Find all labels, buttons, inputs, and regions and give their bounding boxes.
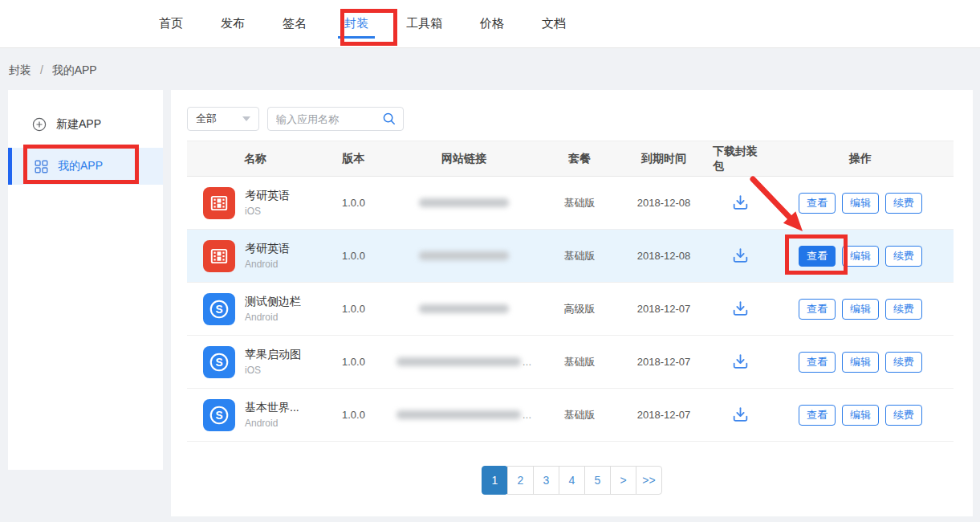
edit-button[interactable]: 编辑 bbox=[842, 246, 879, 267]
renew-button[interactable]: 续费 bbox=[885, 193, 922, 214]
expiry-cell: 2018-12-07 bbox=[615, 356, 713, 368]
redacted-link bbox=[396, 357, 521, 366]
sidebar-item-new-app[interactable]: 新建APP bbox=[8, 111, 163, 138]
download-cell bbox=[713, 300, 767, 318]
redacted-link bbox=[419, 304, 509, 313]
plan-cell: 基础版 bbox=[544, 196, 615, 210]
app-name: 苹果启动图 bbox=[245, 348, 301, 362]
plan-cell: 基础版 bbox=[544, 249, 615, 263]
expiry-cell: 2018-12-07 bbox=[615, 409, 713, 421]
app-meta: 考研英语iOS bbox=[245, 189, 290, 217]
plus-circle-icon bbox=[32, 117, 47, 132]
table-row: 考研英语Android1.0.0基础版2018-12-08查看编辑续费 bbox=[187, 230, 954, 283]
renew-button[interactable]: 续费 bbox=[885, 246, 922, 267]
sidebar-item-label: 我的APP bbox=[58, 159, 103, 173]
pagination: 12345>>> bbox=[171, 466, 973, 495]
svg-text:S: S bbox=[215, 410, 222, 422]
app-cell: S苹果启动图iOS bbox=[187, 346, 323, 378]
filter-dropdown[interactable]: 全部 bbox=[187, 107, 259, 131]
column-header-5: 到期时间 bbox=[615, 152, 713, 166]
redacted-link bbox=[396, 410, 521, 419]
download-icon[interactable] bbox=[731, 247, 750, 265]
app-platform: Android bbox=[245, 418, 299, 429]
actions-cell: 查看编辑续费 bbox=[767, 352, 954, 373]
next-page-button[interactable]: > bbox=[610, 466, 636, 495]
film-icon bbox=[203, 240, 235, 272]
last-page-button[interactable]: >> bbox=[636, 466, 662, 495]
renew-button[interactable]: 续费 bbox=[885, 352, 922, 373]
breadcrumb: 封装 / 我的APP bbox=[9, 63, 97, 78]
top-nav: 首页发布签名封装工具箱价格文档 bbox=[0, 0, 980, 48]
breadcrumb-section[interactable]: 封装 bbox=[9, 63, 31, 76]
plan-cell: 基础版 bbox=[544, 408, 615, 422]
renew-button[interactable]: 续费 bbox=[885, 299, 922, 320]
nav-item-6[interactable]: 价格 bbox=[480, 0, 504, 48]
nav-item-1[interactable]: 首页 bbox=[159, 0, 183, 48]
expiry-cell: 2018-12-08 bbox=[615, 197, 713, 209]
view-button[interactable]: 查看 bbox=[799, 246, 836, 267]
actions-cell: 查看编辑续费 bbox=[767, 193, 954, 214]
download-cell bbox=[713, 353, 767, 371]
app-cell: S基本世界...Android bbox=[187, 399, 323, 431]
nav-item-5[interactable]: 工具箱 bbox=[406, 0, 442, 48]
column-header-2: 版本 bbox=[323, 152, 384, 166]
nav-item-4[interactable]: 封装 bbox=[344, 0, 368, 48]
s-icon: S bbox=[203, 346, 235, 378]
actions-cell: 查看编辑续费 bbox=[767, 246, 954, 267]
view-button[interactable]: 查看 bbox=[799, 405, 836, 426]
table-row: S苹果启动图iOS1.0.0…基础版2018-12-07查看编辑续费 bbox=[187, 336, 954, 389]
website-link-cell bbox=[384, 251, 544, 260]
column-header-7: 操作 bbox=[767, 152, 954, 166]
page-button-4[interactable]: 4 bbox=[559, 466, 585, 495]
website-link-cell bbox=[384, 304, 544, 313]
version-cell: 1.0.0 bbox=[323, 250, 384, 262]
link-ellipsis: … bbox=[523, 357, 532, 368]
renew-button[interactable]: 续费 bbox=[885, 405, 922, 426]
version-cell: 1.0.0 bbox=[323, 303, 384, 315]
download-icon[interactable] bbox=[731, 300, 750, 318]
app-cell: S测试侧边栏Android bbox=[187, 293, 323, 325]
download-icon[interactable] bbox=[731, 194, 750, 212]
nav-item-7[interactable]: 文档 bbox=[542, 0, 566, 48]
actions-cell: 查看编辑续费 bbox=[767, 405, 954, 426]
table-row: S基本世界...Android1.0.0…基础版2018-12-07查看编辑续费 bbox=[187, 389, 954, 442]
website-link-cell: … bbox=[384, 357, 544, 368]
column-header-3: 网站链接 bbox=[384, 152, 544, 166]
view-button[interactable]: 查看 bbox=[799, 193, 836, 214]
edit-button[interactable]: 编辑 bbox=[842, 405, 879, 426]
page-button-3[interactable]: 3 bbox=[533, 466, 559, 495]
edit-button[interactable]: 编辑 bbox=[842, 193, 879, 214]
edit-button[interactable]: 编辑 bbox=[842, 352, 879, 373]
sidebar-item-my-app[interactable]: 我的APP bbox=[8, 148, 163, 185]
app-platform: iOS bbox=[245, 206, 290, 217]
view-button[interactable]: 查看 bbox=[799, 299, 836, 320]
app-name: 考研英语 bbox=[245, 242, 290, 256]
toolbar: 全部 bbox=[187, 107, 404, 131]
grid-icon bbox=[35, 160, 48, 173]
download-cell bbox=[713, 247, 767, 265]
download-cell bbox=[713, 194, 767, 212]
edit-button[interactable]: 编辑 bbox=[842, 299, 879, 320]
page-button-1[interactable]: 1 bbox=[482, 466, 508, 495]
s-icon: S bbox=[203, 293, 235, 325]
page-button-2[interactable]: 2 bbox=[507, 466, 534, 495]
search-input[interactable] bbox=[276, 113, 382, 125]
expiry-cell: 2018-12-07 bbox=[615, 303, 713, 315]
chevron-down-icon bbox=[242, 116, 250, 121]
download-icon[interactable] bbox=[731, 406, 750, 424]
column-header-4: 套餐 bbox=[544, 152, 615, 166]
film-icon bbox=[203, 187, 235, 219]
svg-text:S: S bbox=[215, 357, 222, 369]
nav-item-3[interactable]: 签名 bbox=[283, 0, 307, 48]
download-icon[interactable] bbox=[731, 353, 750, 371]
breadcrumb-separator: / bbox=[40, 63, 43, 76]
app-meta: 基本世界...Android bbox=[245, 401, 299, 429]
app-cell: 考研英语iOS bbox=[187, 187, 323, 219]
search-icon[interactable] bbox=[382, 112, 396, 126]
page-button-5[interactable]: 5 bbox=[584, 466, 611, 495]
view-button[interactable]: 查看 bbox=[799, 352, 836, 373]
nav-item-2[interactable]: 发布 bbox=[221, 0, 245, 48]
table-row: S测试侧边栏Android1.0.0高级版2018-12-07查看编辑续费 bbox=[187, 283, 954, 336]
filter-dropdown-value: 全部 bbox=[196, 112, 217, 126]
app-meta: 测试侧边栏Android bbox=[245, 295, 301, 323]
